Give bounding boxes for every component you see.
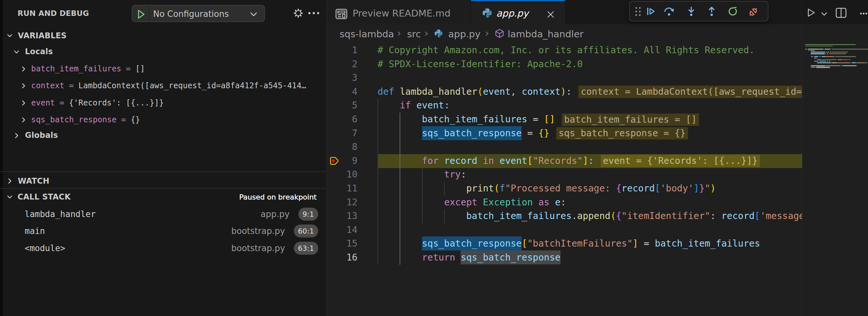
minimap-line [817, 62, 831, 63]
line-number[interactable]: 12 [337, 196, 358, 210]
watch-expand-chevron[interactable] [6, 178, 13, 185]
code-line: except Exception as e: [378, 196, 566, 210]
stack-frame-location[interactable]: bootstrap.py 63:1 [231, 242, 318, 255]
views-more-actions-button[interactable] [308, 12, 319, 14]
variable-value: {'Records': [{...}]} [69, 98, 164, 107]
gear-icon [292, 7, 304, 19]
line-number[interactable]: 16 [337, 251, 358, 265]
debug-config-dropdown[interactable]: No Configurations [132, 5, 265, 22]
minimap-inline-value [829, 53, 846, 54]
minimap-line [823, 49, 824, 50]
debug-config-label: No Configurations [153, 9, 229, 19]
line-number[interactable]: 13 [337, 209, 358, 223]
line-number[interactable]: 4 [337, 85, 358, 99]
continue-icon [646, 6, 656, 17]
minimap-line [814, 56, 819, 57]
minimap-line [841, 65, 841, 66]
variable-row[interactable]: batch_item_failures=[] [31, 63, 145, 74]
step-over-icon [663, 6, 675, 17]
breadcrumb-folder[interactable]: sqs-lambda [340, 29, 394, 39]
stack-frame-location[interactable]: bootstrap.py 60:1 [231, 224, 318, 238]
breadcrumb-folder[interactable]: src [407, 29, 421, 39]
line-number[interactable]: 8 [337, 140, 358, 154]
restart-button[interactable] [727, 6, 738, 17]
variable-row[interactable]: context=LambdaContext([aws_request_id=a8… [31, 80, 306, 91]
line-number[interactable]: 2 [337, 57, 358, 71]
minimap-line [851, 62, 856, 63]
line-number[interactable]: 7 [337, 127, 358, 140]
line-number[interactable]: 6 [337, 113, 358, 127]
locals-collapse-chevron[interactable] [13, 48, 20, 56]
run-options-chevron[interactable] [820, 10, 829, 18]
stack-frame-name[interactable]: main [25, 225, 45, 236]
minimap-highlight [816, 66, 830, 68]
variable-expand-chevron[interactable] [20, 117, 27, 123]
minimap-line [827, 61, 829, 62]
minimap-line [833, 56, 834, 57]
step-into-button[interactable] [686, 6, 697, 17]
run-python-file-button[interactable] [807, 8, 816, 18]
python-icon [435, 30, 442, 37]
globals-expand-chevron[interactable] [13, 132, 20, 139]
minimap-line [814, 58, 816, 59]
breadcrumb-file[interactable]: app.py [448, 29, 480, 39]
minimap-line [850, 62, 850, 63]
line-number[interactable]: 15 [337, 237, 358, 251]
breakpoint-stackframe-icon[interactable] [329, 155, 341, 167]
stack-frame-name[interactable]: lambda_handler [25, 209, 96, 220]
minimap-line [811, 56, 813, 57]
variable-expand-chevron[interactable] [20, 66, 27, 72]
code-line: return sqs_batch_response [378, 251, 560, 265]
stack-frame-name[interactable]: <module> [25, 243, 65, 254]
debug-settings-button[interactable] [292, 7, 304, 19]
disconnect-button[interactable] [747, 6, 760, 18]
locals-tree-item[interactable]: Locals [25, 47, 53, 56]
step-out-button[interactable] [706, 6, 717, 17]
watch-expand-chevron-icon [6, 178, 13, 185]
section-separator [0, 188, 327, 189]
line-number[interactable]: 11 [337, 182, 358, 196]
start-debug-button[interactable] [136, 9, 146, 20]
variables-collapse-chevron[interactable] [6, 32, 13, 39]
split-editor-button[interactable] [836, 7, 846, 18]
run-and-debug-sidebar: RUN AND DEBUG No Configurations VARIABLE… [0, 0, 327, 316]
variable-row[interactable]: event={'Records': [{...}]} [31, 97, 164, 108]
variable-row[interactable]: sqs_batch_response={} [31, 114, 140, 125]
tab-app-py[interactable]: app.py [471, 0, 565, 24]
minimap-line [839, 65, 840, 66]
editor-more-actions-button[interactable] [860, 12, 867, 14]
tab-preview-readme[interactable]: Preview README.md [327, 0, 471, 24]
line-number[interactable]: 14 [337, 223, 358, 237]
stack-frame-file: bootstrap.py [231, 243, 285, 253]
variables-section-header[interactable]: VARIABLES [18, 31, 67, 40]
call-stack-collapse-chevron[interactable] [6, 193, 13, 200]
debug-inline-value: context = LambdaContext([aws_request_id=… [578, 86, 802, 98]
minimap-line [822, 59, 837, 60]
minimap-inline-value [830, 52, 847, 53]
line-number[interactable]: 3 [337, 71, 358, 85]
step-over-button[interactable] [663, 6, 675, 17]
minimap[interactable] [802, 43, 868, 316]
equals: = [69, 81, 74, 90]
variable-expand-chevron[interactable] [20, 83, 27, 89]
markdown-preview-icon [335, 8, 347, 20]
minimap-line [808, 50, 810, 51]
watch-section-header[interactable]: WATCH [18, 177, 49, 186]
close-tab-button[interactable] [546, 10, 555, 19]
debug-inline-value: sqs_batch_response = {} [556, 127, 688, 139]
globals-tree-item[interactable]: Globals [25, 131, 58, 140]
markdown-preview-icon [335, 8, 347, 20]
minimap-line [822, 56, 826, 57]
call-stack-section-header[interactable]: CALL STACK [18, 192, 71, 201]
minimap-line [825, 53, 826, 54]
variable-name: sqs_batch_response [31, 115, 117, 124]
continue-button[interactable] [646, 6, 656, 17]
stack-frame-location[interactable]: app.py 9:1 [260, 208, 318, 221]
code-editor[interactable]: 12345678910111213141516 # Copyright Amaz… [327, 43, 802, 316]
line-number[interactable]: 5 [337, 99, 358, 113]
debug-inline-value: batch_item_failures = [] [562, 114, 699, 126]
line-number[interactable]: 10 [337, 168, 358, 182]
variable-expand-chevron[interactable] [20, 100, 27, 106]
breadcrumb-symbol[interactable]: lambda_handler [508, 29, 584, 39]
line-number[interactable]: 1 [337, 43, 358, 57]
